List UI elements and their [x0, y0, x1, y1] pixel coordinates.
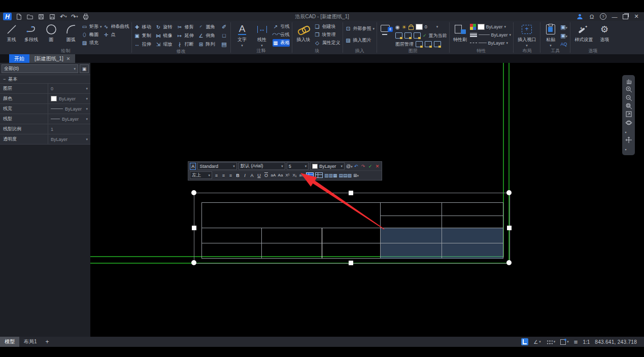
user-account-icon[interactable] [577, 13, 584, 20]
text-button[interactable]: A 文字▾ [233, 22, 252, 48]
orbit-icon[interactable]: ▾ [625, 119, 632, 135]
quick-select-button[interactable]: ▣ [80, 64, 89, 73]
close-tab-icon[interactable]: ✕ [66, 56, 71, 61]
layer-lock-icon[interactable] [409, 26, 414, 30]
support-icon[interactable]: Ω [588, 14, 595, 20]
save-icon[interactable] [37, 13, 45, 20]
snap-grid-icon[interactable]: ▾ [546, 339, 556, 345]
chamfer-button[interactable]: ∠倒角 [198, 31, 219, 40]
tab-drawing[interactable]: [新建图纸_1] ✕ [29, 54, 75, 63]
selection-filter-dropdown[interactable]: 全部(0)▾ [2, 64, 78, 73]
add-layout-button[interactable]: + [42, 338, 53, 345]
scale-button[interactable]: ⇲缩放 [155, 40, 177, 49]
layer-visibility-icon[interactable]: ◉ [395, 24, 400, 30]
break-button[interactable]: ∤打断 [177, 40, 198, 49]
annotation-scale[interactable]: 1:1 [583, 339, 590, 345]
erase-icon[interactable]: ✐ [220, 23, 228, 31]
mirror-button[interactable]: ⋈镜像 [155, 31, 177, 40]
linear-dimension-button[interactable]: ↔ 线性▾ [253, 22, 272, 48]
layer-manager-label[interactable]: 图层管理 [395, 41, 414, 48]
drawing-canvas[interactable]: A Standard▾ 默认 (Arial)▾ 5▾ ByLayer▾ @▾ ↶… [90, 63, 644, 337]
help-icon[interactable]: ? [600, 13, 606, 20]
zoom-window-icon[interactable] [625, 102, 632, 110]
move-button[interactable]: ✚移动 [134, 23, 155, 31]
insert-image-button[interactable]: ▨插入图片 [345, 37, 375, 44]
circle-button[interactable]: 圆 [42, 22, 60, 43]
zoom-out-icon[interactable] [625, 94, 632, 101]
copy-base-icon[interactable]: ▣▾ [560, 31, 568, 40]
options-button[interactable]: ⚙ 选项 [596, 22, 613, 43]
restore-button[interactable] [623, 14, 628, 19]
extend-button[interactable]: ↦延伸 [177, 31, 198, 40]
point-button[interactable]: ✛点 [103, 31, 129, 39]
object-snap-icon[interactable]: ▾ [560, 339, 569, 345]
layer-freeze-icon[interactable]: ☀ [402, 24, 406, 30]
copy-clip-icon[interactable]: ▣▾ [560, 23, 568, 31]
trim-button[interactable]: ✂修剪 [177, 23, 198, 31]
lineweight-display-icon[interactable]: ≡ [574, 338, 578, 346]
xref-button[interactable]: ⊡外部参照▾ [345, 25, 375, 32]
prop-value-color[interactable]: ByLayer▾ [48, 94, 90, 103]
layer-color-swatch[interactable] [416, 24, 423, 30]
dynamic-ucs-icon[interactable] [521, 338, 528, 345]
match-properties-button[interactable]: 特性刷 [452, 22, 469, 43]
prop-value-transparency[interactable]: ByLayer▾ [48, 134, 90, 144]
prop-value-ltscale[interactable]: 1 [48, 124, 90, 134]
redo-icon[interactable]: ↷▾ [71, 13, 79, 20]
new-file-icon[interactable] [15, 13, 23, 20]
layer-lock-tool-icon[interactable] [416, 41, 423, 47]
ucs-move-icon[interactable]: ▾ [625, 136, 632, 153]
fillet-button[interactable]: ◜圆角 [198, 23, 219, 31]
polyline-button[interactable]: 多段线 [22, 22, 41, 43]
copy-button[interactable]: ▣复制 [134, 31, 155, 40]
attribute-define-button[interactable]: ◇属性定义 [314, 39, 341, 47]
undo-icon[interactable]: ↶▾ [59, 13, 67, 20]
layer-manager-button[interactable]: 8 [379, 22, 394, 36]
lineweight-dropdown[interactable]: ByLayer▾ [470, 31, 512, 39]
insert-block-button[interactable]: 插入块 [294, 22, 313, 43]
pan-icon[interactable] [625, 78, 632, 85]
set-current-layer-button[interactable]: 置为当前 [429, 32, 447, 39]
open-file-icon[interactable] [26, 13, 34, 20]
prop-value-linetype[interactable]: ByLayer▾ [48, 114, 90, 124]
layer-lock-tool-icon[interactable] [425, 41, 432, 47]
stretch-button[interactable]: ↔拉伸 [134, 40, 155, 49]
style-settings-button[interactable]: ✦✦ 样式设置 [572, 22, 595, 43]
block-manager-button[interactable]: ❐块管理 [314, 31, 341, 39]
print-icon[interactable] [82, 13, 90, 20]
layer-dropdown[interactable]: ▾ [436, 25, 438, 29]
layer-tool-icon[interactable] [404, 32, 412, 39]
revcloud-button[interactable]: ◠◠云线 [273, 31, 290, 39]
layer-tool-icon[interactable] [395, 32, 402, 39]
minimize-button[interactable]: — [611, 14, 618, 20]
tab-layout1[interactable]: 布局1 [19, 337, 42, 347]
rectangle-button[interactable]: ▭矩形▾ [81, 23, 102, 30]
insert-viewport-button[interactable]: + 插入视口▾ [516, 22, 538, 48]
rotate-button[interactable]: ↻旋转 [155, 23, 177, 31]
leader-button[interactable]: ↗引线 [273, 23, 290, 30]
save-as-icon[interactable] [48, 13, 56, 20]
paste-button[interactable]: 粘贴▾ [543, 22, 559, 48]
spline-button[interactable]: ∿样条曲线 [103, 23, 129, 30]
layer-lock-tool-icon[interactable] [434, 41, 441, 47]
layer-tool-icon[interactable] [414, 32, 421, 39]
linetype-dropdown[interactable]: ByLayer▾ [470, 39, 512, 47]
table-button[interactable]: ▦表格 [273, 39, 290, 47]
zoom-in-icon[interactable] [625, 86, 632, 93]
app-logo-icon[interactable]: H [3, 13, 12, 20]
arc-button[interactable]: 圆弧 [61, 22, 80, 43]
group-icon[interactable]: ▤ [220, 40, 228, 48]
close-button[interactable]: ✕ [633, 13, 640, 20]
polar-tracking-icon[interactable]: ∠▾ [533, 339, 540, 345]
prop-value-layer[interactable]: 0▾ [48, 84, 90, 93]
create-block-button[interactable]: ❏创建块 [314, 23, 341, 30]
array-button[interactable]: ⊞阵列 [198, 40, 219, 49]
tab-model[interactable]: 模型 [0, 337, 19, 347]
explode-icon[interactable]: □ [220, 31, 228, 40]
line-button[interactable]: 直线 [2, 22, 21, 43]
hatch-button[interactable]: ▨填充 [81, 39, 102, 47]
tab-start[interactable]: 开始 [9, 54, 29, 63]
section-basic[interactable]: − 基本 [0, 75, 90, 83]
ellipse-button[interactable]: ⬯椭圆 [81, 31, 102, 39]
object-color-dropdown[interactable]: ByLayer▾ [470, 23, 512, 30]
